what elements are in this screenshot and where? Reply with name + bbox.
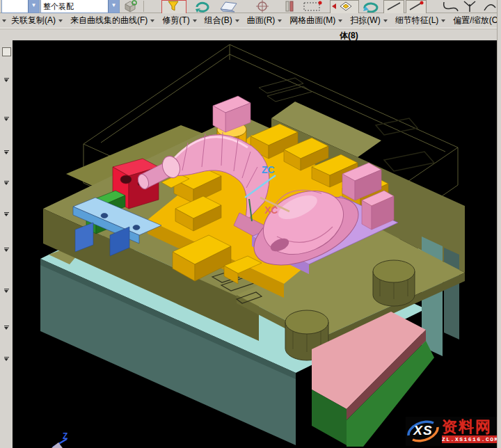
chevron-down-icon	[193, 19, 197, 22]
chevron-down-icon	[150, 19, 154, 22]
view-triad[interactable]: Z	[51, 431, 67, 448]
mold-assembly-model[interactable]: ZC XC Z	[13, 40, 497, 448]
watermark-site-name: 资料网	[442, 419, 499, 435]
toolbar-overflow-arrow[interactable]	[4, 358, 8, 361]
chevron-down-icon	[278, 19, 282, 22]
chevron-down-icon	[338, 19, 342, 22]
chevron-down-icon[interactable]: ▼	[108, 0, 119, 13]
toolbar-overflow-arrow[interactable]	[4, 214, 8, 216]
menu-mesh-surface[interactable]: 网格曲面(M)	[285, 13, 345, 28]
menu-associative-copy[interactable]: 关联复制(A)	[6, 13, 65, 28]
toolbar-overflow-arrow[interactable]	[4, 290, 8, 293]
top-toolbar: ▼ 整个装配 ▼	[0, 0, 501, 13]
menu-surface[interactable]: 曲面(R)	[242, 13, 285, 28]
menu-curve-from-curveset[interactable]: 来自曲线集的曲线(F)	[65, 13, 157, 28]
watermark-oval-logo: XS	[406, 417, 440, 445]
point-icon[interactable]	[253, 0, 271, 13]
selection-filter-icon[interactable]	[161, 0, 186, 14]
menu-sweep[interactable]: 扫掠(W)	[345, 13, 390, 28]
graphics-window[interactable]: ZC XC Z	[13, 40, 497, 448]
watermark: XS 资料网 ZL.XS1616.COM	[406, 417, 497, 446]
chevron-down-icon[interactable]: ▼	[28, 0, 39, 13]
watermark-xs-text: XS	[406, 423, 440, 438]
view-triad-z-label: Z	[63, 431, 67, 441]
selection-filter-combo[interactable]: ▼	[1, 0, 40, 13]
end-point-icon[interactable]	[406, 0, 427, 14]
toolbar-overflow-arrow[interactable]	[4, 79, 8, 82]
rectangle-select-icon[interactable]	[302, 0, 324, 13]
wcs-zc-label: ZC	[262, 164, 275, 175]
toolbar-overflow-arrow[interactable]	[4, 327, 8, 330]
chevron-down-icon	[235, 19, 239, 22]
reset-orientation-icon[interactable]	[193, 0, 213, 13]
cue-bar: 体(8)	[0, 28, 501, 41]
menu-combine[interactable]: 组合(B)	[200, 13, 242, 28]
curve-icon[interactable]	[441, 0, 459, 13]
chevron-down-icon	[441, 19, 445, 22]
line-icon[interactable]	[383, 0, 404, 14]
menu-detail-feature[interactable]: 细节特征(L)	[390, 13, 449, 28]
menu-offset-scale[interactable]: 偏置/缩放(O)	[448, 13, 501, 28]
toolbar-overflow-arrow[interactable]	[4, 152, 8, 154]
sheet-body-icon[interactable]	[218, 0, 239, 13]
column-icon[interactable]	[284, 0, 295, 13]
nx-application-window: ▼ 整个装配 ▼	[0, 0, 501, 448]
toolbar-overflow-arrow[interactable]	[4, 118, 8, 121]
feature-menubar: 关联复制(A) 来自曲线集的曲线(F) 修剪(T) 组合(B) 曲面(R) 网格…	[0, 13, 501, 28]
docked-tool-icon[interactable]	[2, 47, 11, 56]
snap-point-icon[interactable]	[330, 0, 359, 14]
move-object-icon[interactable]	[122, 0, 138, 13]
watermark-site-url: ZL.XS1616.COM	[442, 435, 499, 443]
chevron-down-icon	[383, 19, 388, 22]
selection-filter-value	[2, 0, 28, 13]
toolbar-overflow-arrow[interactable]	[4, 182, 8, 185]
selection-scope-combo[interactable]: 整个装配 ▼	[40, 0, 120, 13]
toolbar-overflow-arrow[interactable]	[4, 249, 8, 252]
fork-point-icon[interactable]	[461, 0, 479, 13]
chevron-down-icon	[58, 19, 63, 22]
right-edge-strip	[497, 0, 501, 448]
clipped-icon[interactable]	[482, 0, 497, 13]
wcs-xc-label: XC	[264, 205, 278, 216]
left-toolbar-strip	[0, 40, 13, 448]
rotate-view-icon[interactable]	[360, 0, 381, 13]
menu-trim[interactable]: 修剪(T)	[157, 13, 199, 28]
selection-scope-value: 整个装配	[41, 0, 108, 13]
